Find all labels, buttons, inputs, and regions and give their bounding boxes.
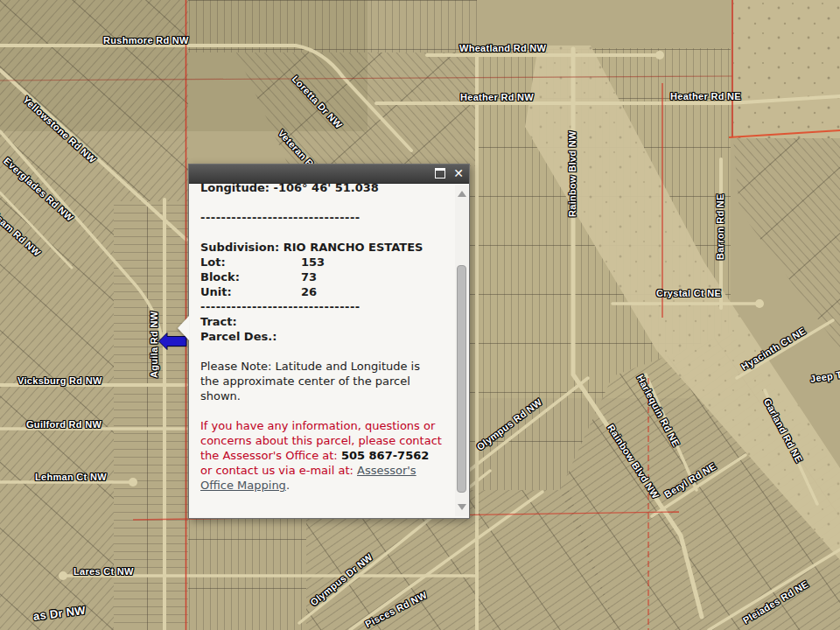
street-label: Barron Rd NE <box>715 193 725 260</box>
street-label: Rushmore Rd NW <box>103 35 189 46</box>
popup-body: Longitude: -106° 46' 51.038 ------------… <box>189 183 469 518</box>
popup-tail <box>178 316 189 340</box>
street-label: Vicksburg Rd NW <box>18 375 102 386</box>
unit-value: 26 <box>301 284 317 299</box>
street-label: Aguila Rd NW <box>149 312 159 378</box>
separator: ------------------------------- <box>200 210 442 225</box>
maximize-icon[interactable] <box>435 168 445 178</box>
lot-value: 153 <box>301 255 325 270</box>
street-label: Heather Rd NW <box>460 92 534 102</box>
street-label: Rainbow Blvd NW <box>567 130 578 217</box>
lot-row: Lot: 153 <box>200 255 442 270</box>
street-label: Guilford Rd NW <box>26 419 102 430</box>
street-label: Crystal Ct NE <box>656 288 721 298</box>
contact-text: If you have any information, questions o… <box>200 418 442 493</box>
longitude-line: Longitude: -106° 46' 51.038 <box>200 183 442 195</box>
popup-scrollbar[interactable] <box>455 185 468 516</box>
unit-label: Unit: <box>200 284 301 299</box>
scroll-up-icon[interactable] <box>458 191 466 197</box>
parcel-info-popup: ✕ Longitude: -106° 46' 51.038 ----------… <box>188 164 470 519</box>
street-label: Lehman Ct NW <box>35 472 107 482</box>
contact-phone: 505 867-7562 <box>341 449 429 462</box>
street-label: Heather Rd NE <box>670 91 741 102</box>
tract-label: Tract: <box>200 314 442 329</box>
block-value: 73 <box>301 270 317 284</box>
subdivision-value: RIO RANCHO ESTATES <box>284 241 424 254</box>
scroll-down-icon[interactable] <box>458 504 466 510</box>
subdivision-label: Subdivision: <box>200 241 279 254</box>
separator: ------------------------------- <box>200 299 442 314</box>
popup-titlebar[interactable]: ✕ <box>189 164 469 184</box>
subdivision-line: Subdivision: RIO RANCHO ESTATES <box>200 240 442 255</box>
block-label: Block: <box>200 270 301 284</box>
map-viewport[interactable]: Rushmore Rd NW Wheatland Rd NW Heather R… <box>0 0 840 630</box>
parcel-des-label: Parcel Des.: <box>200 329 442 344</box>
contact-period: . <box>286 479 290 492</box>
contact-mid: or contact us via e-mail at: <box>200 464 357 477</box>
open-land <box>733 0 840 138</box>
block-row: Block: 73 <box>200 270 442 284</box>
street-label: Lares Ct NW <box>74 566 134 577</box>
unit-row: Unit: 26 <box>200 284 442 299</box>
lot-label: Lot: <box>200 255 301 270</box>
note-text: Please Note: Latitude and Longitude is t… <box>200 359 442 403</box>
street-label: Wheatland Rd NW <box>459 43 546 53</box>
close-icon[interactable]: ✕ <box>453 167 464 179</box>
scrollbar-thumb[interactable] <box>457 265 466 493</box>
